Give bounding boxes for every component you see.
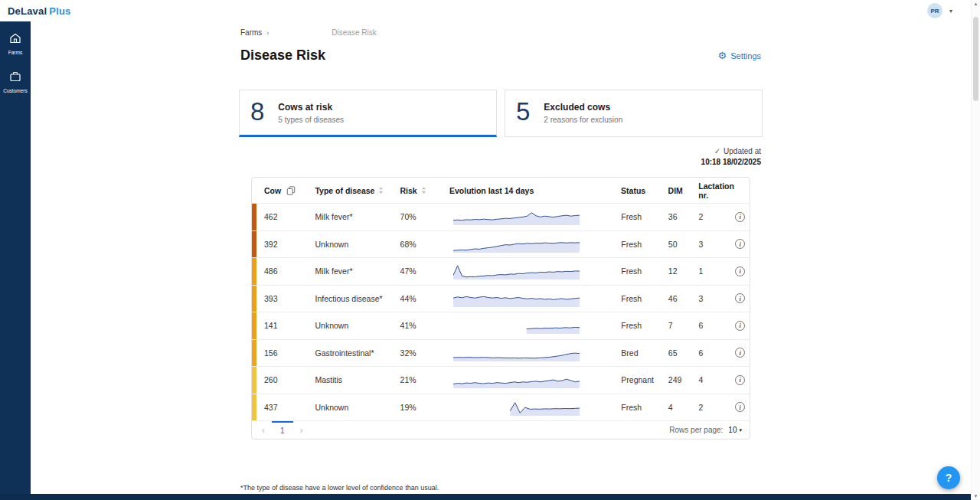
evolution-sparkline	[449, 398, 621, 417]
card-cows-at-risk[interactable]: 8 Cows at risk 5 types of diseases	[239, 90, 497, 137]
table-row[interactable]: 392 Unknown 68% Fresh 50 3 i	[252, 230, 750, 258]
table-row[interactable]: 486 Milk fever* 47% Fresh 12 1 i	[252, 257, 750, 285]
card-title: Cows at risk	[278, 102, 344, 113]
risk-severity-bar	[252, 286, 256, 312]
col-header-disease: Type of disease	[315, 186, 374, 195]
card-excluded-cows[interactable]: 5 Excluded cows 2 reasons for exclusion	[505, 90, 763, 137]
bottom-bar	[0, 494, 980, 500]
risk-cell: 19%	[400, 403, 449, 412]
dim-cell: 50	[668, 240, 699, 249]
status-cell: Fresh	[621, 321, 668, 330]
scroll-down-icon[interactable]: ▼	[974, 494, 978, 498]
table-row[interactable]: 156 Gastrointestinal* 32% Bred 65 6 i	[252, 339, 750, 367]
page-title: Disease Risk	[240, 47, 325, 64]
settings-label: Settings	[730, 51, 761, 60]
info-icon[interactable]: i	[735, 375, 745, 385]
disease-risk-table: Cow Type of disease Risk	[251, 177, 750, 440]
content-column: Farms › Disease Risk Disease Risk ⚙ Sett…	[239, 28, 763, 492]
gear-icon: ⚙	[718, 51, 727, 60]
prev-page-button[interactable]: ‹	[255, 421, 272, 439]
cow-id-cell: 437	[252, 403, 315, 412]
avatar[interactable]: PR	[927, 3, 942, 18]
chevron-down-icon[interactable]: ▾	[949, 8, 952, 15]
col-header-lactation: Lactation nr.	[698, 181, 730, 200]
scrollbar[interactable]: ▲ ▼	[971, 0, 980, 500]
title-row: Disease Risk ⚙ Settings	[239, 47, 763, 64]
top-bar: DeLavalPlus PR ▾	[0, 0, 980, 21]
customers-icon	[9, 70, 21, 86]
info-icon[interactable]: i	[735, 266, 745, 276]
evolution-sparkline	[449, 316, 621, 335]
cow-id-cell: 156	[252, 348, 315, 358]
next-page-button[interactable]: ›	[293, 421, 310, 439]
footnote: *The type of disease have a lower level …	[239, 484, 763, 492]
card-texts: Cows at risk 5 types of diseases	[278, 99, 344, 126]
disease-cell: Unknown	[315, 321, 400, 330]
dim-cell: 4	[668, 403, 699, 412]
table-row[interactable]: 141 Unknown 41% Fresh 7 6 i	[252, 312, 750, 339]
evolution-sparkline	[449, 371, 621, 389]
scroll-up-icon[interactable]: ▲	[974, 2, 978, 6]
dim-cell: 12	[668, 266, 699, 276]
info-icon[interactable]: i	[735, 321, 745, 331]
risk-cell: 32%	[400, 348, 449, 358]
risk-severity-bar	[252, 231, 256, 258]
evolution-sparkline	[449, 235, 621, 253]
table-row[interactable]: 393 Infectious disease* 44% Fresh 46 3 i	[252, 285, 750, 312]
sort-icon[interactable]	[378, 186, 384, 194]
cow-id-cell: 392	[252, 240, 315, 249]
sidebar-item-label: Customers	[3, 88, 27, 93]
info-icon[interactable]: i	[735, 402, 745, 412]
cow-id-cell: 486	[252, 266, 315, 276]
breadcrumb-farms[interactable]: Farms	[240, 28, 262, 37]
updated-timestamp: 10:18 18/02/2025	[239, 158, 761, 166]
rows-per-page: Rows per page: 10 ▾	[669, 426, 742, 434]
table-row[interactable]: 462 Milk fever* 70% Fresh 36 2 i	[252, 203, 750, 230]
sidebar-item-customers[interactable]: Customers	[0, 67, 31, 96]
card-subtitle: 2 reasons for exclusion	[544, 116, 622, 124]
evolution-sparkline	[449, 289, 621, 308]
breadcrumb: Farms › Disease Risk	[239, 28, 763, 37]
risk-severity-bar	[252, 340, 256, 367]
cows-at-risk-count: 8	[250, 99, 264, 126]
evolution-sparkline	[449, 344, 621, 362]
chevron-down-icon: ▾	[739, 427, 742, 433]
farms-icon	[9, 32, 21, 47]
brand-primary: DeLaval	[8, 5, 47, 17]
page-number[interactable]: 1	[272, 421, 293, 439]
rows-per-page-select[interactable]: 10 ▾	[728, 426, 742, 434]
disease-cell: Unknown	[315, 240, 400, 249]
risk-severity-bar	[252, 367, 256, 394]
scrollbar-thumb[interactable]	[973, 17, 978, 101]
cow-id-cell: 260	[252, 375, 315, 384]
table-row[interactable]: 260 Mastitis 21% Pregnant 249 4 i	[252, 366, 750, 394]
lactation-cell: 3	[699, 294, 731, 303]
info-icon[interactable]: i	[735, 348, 745, 358]
lactation-cell: 3	[699, 240, 731, 249]
sort-icon[interactable]	[421, 186, 426, 194]
risk-cell: 68%	[400, 240, 449, 249]
disease-cell: Mastitis	[315, 375, 400, 384]
sidebar-item-farms[interactable]: Farms	[0, 29, 31, 58]
col-header-evolution: Evolution last 14 days	[449, 186, 534, 195]
user-menu[interactable]: PR ▾	[927, 3, 952, 18]
info-icon[interactable]: i	[735, 239, 745, 249]
brand-logo[interactable]: DeLavalPlus	[8, 5, 71, 17]
risk-severity-bar	[252, 312, 256, 339]
rows-per-page-value: 10	[728, 426, 737, 434]
help-button[interactable]: ?	[937, 466, 960, 489]
table-header: Cow Type of disease Risk	[252, 178, 750, 203]
lactation-cell: 1	[699, 266, 731, 276]
copy-icon[interactable]	[286, 186, 296, 195]
table-row[interactable]: 437 Unknown 19% Fresh 4 2 i	[252, 394, 750, 421]
settings-button[interactable]: ⚙ Settings	[718, 51, 761, 60]
dim-cell: 65	[668, 348, 699, 358]
risk-cell: 70%	[400, 212, 449, 221]
status-cell: Fresh	[621, 212, 668, 221]
info-icon[interactable]: i	[735, 293, 745, 303]
sidebar: Farms Customers	[0, 21, 31, 500]
card-subtitle: 5 types of diseases	[278, 116, 344, 124]
status-cell: Fresh	[621, 403, 668, 412]
info-icon[interactable]: i	[735, 212, 745, 222]
risk-cell: 21%	[400, 375, 449, 384]
